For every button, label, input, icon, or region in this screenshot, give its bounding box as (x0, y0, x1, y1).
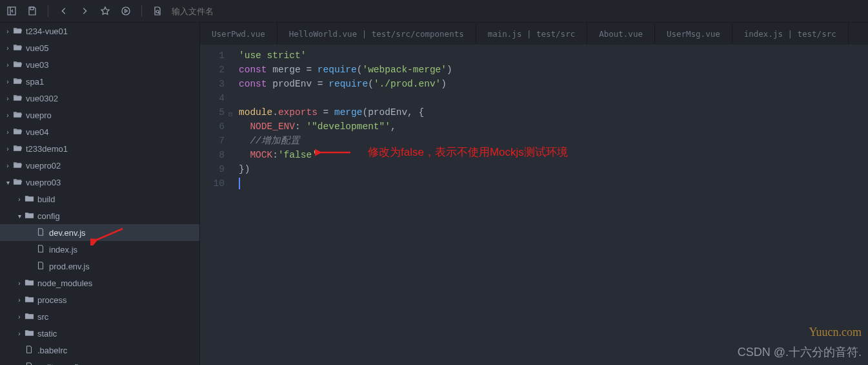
code-token: './prod.env' (374, 79, 441, 89)
tree-folder-item[interactable]: ›process (0, 291, 199, 308)
tree-item-label: config (37, 211, 60, 221)
editor-area: UserPwd.vueHelloWorld.vue | test/src/com… (200, 23, 868, 365)
tree-item-label: vuepro03 (26, 178, 61, 187)
tree-folder-item[interactable]: ›vue03 (0, 56, 199, 73)
folder-open-icon (12, 127, 23, 138)
file-icon (23, 345, 35, 356)
save-icon[interactable] (26, 5, 39, 17)
tree-folder-item[interactable]: ›t234-vue01 (0, 23, 199, 39)
tree-folder-item[interactable]: ›vue0302 (0, 90, 199, 107)
code-token: prodEnv (267, 79, 318, 89)
annotation-arrow-icon (315, 147, 354, 158)
chevron-icon: › (15, 313, 23, 320)
tree-folder-item[interactable]: ›vuepro02 (0, 157, 199, 174)
star-icon[interactable] (99, 5, 112, 17)
code-token: ( (368, 79, 374, 89)
editor-tab[interactable]: UserPwd.vue (200, 23, 278, 45)
toolbar-separator (48, 5, 48, 17)
folder-icon (23, 278, 35, 289)
folder-open-icon (12, 143, 23, 154)
code-token: }) (239, 164, 250, 174)
file-icon (23, 362, 35, 366)
tree-folder-item[interactable]: ›vuepro (0, 107, 199, 123)
code-editor[interactable]: 1'use strict' 2const merge = require('we… (200, 45, 868, 365)
file-icon (35, 244, 46, 255)
folder-open-icon (12, 160, 23, 171)
code-token: 'false' (278, 150, 318, 160)
tree-item-label: spa1 (26, 77, 44, 87)
back-icon[interactable] (57, 5, 70, 17)
editor-tab[interactable]: UserMsg.vue (655, 23, 732, 45)
tree-folder-item[interactable]: ›node_modules (0, 275, 199, 291)
watermark: CSDN @.十六分的音符. (738, 344, 862, 360)
folder-open-icon (12, 76, 23, 87)
forward-icon[interactable] (78, 5, 91, 17)
tree-file-item[interactable]: .editorconfig (0, 359, 199, 365)
tree-folder-item[interactable]: ›t233demo1 (0, 140, 199, 157)
tree-folder-item[interactable]: ›build (0, 191, 199, 207)
filename-input[interactable] (172, 6, 301, 16)
search-file-icon[interactable] (151, 5, 164, 17)
tree-folder-item[interactable]: ›vue04 (0, 123, 199, 140)
code-token: 'use strict' (239, 50, 306, 61)
tree-folder-item[interactable]: ▾config (0, 207, 199, 224)
chevron-icon: › (4, 129, 12, 136)
chevron-icon: ▾ (4, 179, 12, 186)
watermark: Yuucn.com (809, 326, 862, 339)
tree-item-label: vue03 (26, 60, 48, 70)
annotation-text: 修改为false，表示不使用Mockjs测试环境 (368, 145, 568, 160)
tree-folder-item[interactable]: ›src (0, 308, 199, 325)
tree-file-item[interactable]: prod.env.js (0, 258, 199, 275)
folder-open-icon (12, 93, 23, 104)
code-token: = (306, 65, 312, 75)
chevron-icon: › (15, 196, 23, 203)
folder-open-icon (12, 59, 23, 70)
code-token: = (318, 79, 323, 89)
svg-rect-2 (30, 7, 34, 10)
tree-file-item[interactable]: .babelrc (0, 342, 199, 359)
editor-tab[interactable]: main.js | test/src (476, 23, 587, 45)
folder-open-icon (12, 177, 23, 188)
tree-folder-item[interactable]: ›vue05 (0, 39, 199, 56)
code-token: merge (334, 107, 363, 118)
chevron-icon: › (4, 61, 12, 68)
tree-folder-item[interactable]: ›spa1 (0, 73, 199, 90)
toolbar-separator (141, 5, 142, 17)
play-icon[interactable] (119, 5, 132, 17)
file-tree[interactable]: ›t234-vue01›vue05›vue03›spa1›vue0302›vue… (0, 23, 200, 365)
folder-icon (23, 295, 35, 306)
chevron-icon: › (4, 28, 12, 35)
tree-item-label: src (37, 312, 48, 322)
code-token: (prodEnv, { (362, 107, 424, 118)
code-token: exports (278, 107, 318, 118)
tree-item-label: build (37, 194, 55, 204)
editor-tab[interactable]: HelloWorld.vue | test/src/components (278, 23, 476, 45)
tree-item-label: node_modules (37, 278, 92, 288)
folder-open-icon (12, 26, 23, 37)
tree-folder-item[interactable]: ›static (0, 325, 199, 342)
code-token: NODE_ENV (239, 121, 295, 132)
tree-item-label: index.js (49, 245, 77, 255)
tree-folder-item[interactable]: ▾vuepro03 (0, 174, 199, 191)
editor-tab[interactable]: index.js | test/src (732, 23, 849, 45)
code-token: ) (447, 65, 452, 75)
tree-item-label: prod.env.js (49, 262, 90, 271)
editor-tab[interactable]: About.vue (587, 23, 655, 45)
folder-open-icon (12, 110, 23, 121)
chevron-icon: › (4, 162, 12, 169)
code-token: MOCK (239, 150, 272, 160)
code-token: , (390, 121, 396, 132)
annotation-arrow-icon (90, 226, 126, 245)
editor-tabs: UserPwd.vueHelloWorld.vue | test/src/com… (200, 23, 868, 45)
file-icon (35, 261, 46, 272)
text-cursor (239, 178, 240, 189)
code-token: //增加配置 (239, 136, 300, 146)
code-token: 'webpack-merge' (362, 65, 447, 75)
chevron-icon: › (15, 297, 23, 304)
svg-point-3 (122, 7, 130, 15)
tree-item-label: vuepro (26, 110, 52, 120)
tree-item-label: .babelrc (37, 346, 67, 355)
panel-icon[interactable] (5, 5, 18, 17)
code-token: const (239, 79, 267, 89)
chevron-icon: › (4, 112, 12, 119)
